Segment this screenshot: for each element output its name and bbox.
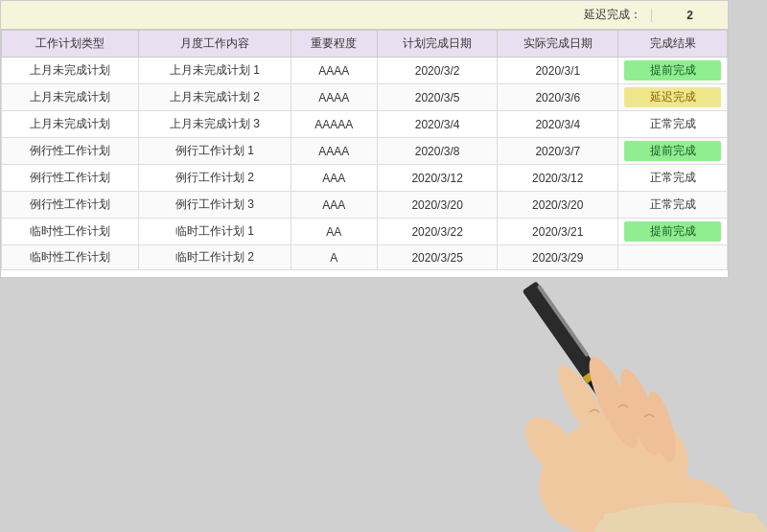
summary-label: 延迟完成： (1, 7, 651, 23)
status-cell: 正常完成 (618, 111, 728, 138)
data-cell: 临时工作计划 2 (139, 245, 291, 270)
header-plan-date: 计划完成日期 (377, 31, 498, 58)
data-cell: 例行性工作计划 (2, 165, 139, 192)
summary-value: 2 (651, 9, 728, 22)
table-header-row: 工作计划类型 月度工作内容 重要程度 计划完成日期 实际完成日期 完成结果 (2, 31, 728, 58)
data-cell: 2020/3/7 (498, 138, 618, 165)
header-type: 工作计划类型 (2, 31, 139, 58)
data-cell: 2020/3/6 (498, 84, 618, 111)
table-row: 上月未完成计划上月未完成计划 3AAAAA2020/3/42020/3/4正常完… (2, 111, 728, 138)
data-cell: 2020/3/1 (498, 58, 618, 84)
status-cell: 正常完成 (618, 165, 728, 192)
status-badge: 正常完成 (624, 114, 721, 134)
data-cell: 例行工作计划 3 (139, 192, 291, 219)
status-badge: 提前完成 (624, 141, 721, 161)
data-cell: 例行性工作计划 (2, 192, 139, 219)
table-row: 上月未完成计划上月未完成计划 2AAAA2020/3/52020/3/6延迟完成 (2, 84, 728, 111)
data-cell: 2020/3/12 (377, 165, 498, 192)
data-cell: 例行工作计划 1 (139, 138, 291, 165)
header-actual-date: 实际完成日期 (498, 31, 618, 58)
svg-rect-16 (604, 513, 757, 532)
table-row: 例行性工作计划例行工作计划 2AAA2020/3/122020/3/12正常完成 (2, 165, 728, 192)
data-cell: 上月未完成计划 (2, 111, 139, 138)
data-cell: AAA (291, 192, 377, 219)
header-priority: 重要程度 (291, 31, 377, 58)
table-row: 例行性工作计划例行工作计划 1AAAA2020/3/82020/3/7提前完成 (2, 138, 728, 165)
status-cell: 提前完成 (618, 138, 728, 165)
data-cell: AAAA (291, 84, 377, 111)
status-badge: 延迟完成 (624, 87, 721, 107)
data-cell: 2020/3/4 (377, 111, 498, 138)
data-cell: 临时工作计划 1 (139, 219, 291, 245)
data-cell: AAAAA (291, 111, 377, 138)
data-cell: 上月未完成计划 3 (139, 111, 291, 138)
data-cell: 临时性工作计划 (2, 219, 139, 245)
status-cell: 提前完成 (618, 58, 728, 84)
data-cell: 临时性工作计划 (2, 245, 139, 270)
data-cell: 上月未完成计划 2 (139, 84, 291, 111)
header-content: 月度工作内容 (139, 31, 291, 58)
data-cell: A (291, 245, 377, 270)
data-cell: 2020/3/5 (377, 84, 498, 111)
data-cell: 上月未完成计划 (2, 58, 139, 84)
data-cell: 例行工作计划 2 (139, 165, 291, 192)
hand-illustration (403, 206, 767, 532)
data-cell: 上月未完成计划 (2, 84, 139, 111)
data-cell: AAA (291, 165, 377, 192)
table-row: 上月未完成计划上月未完成计划 1AAAA2020/3/22020/3/1提前完成 (2, 58, 728, 84)
data-cell: 例行性工作计划 (2, 138, 139, 165)
status-badge: 正常完成 (624, 168, 721, 188)
data-cell: AA (291, 219, 377, 245)
data-cell: AAAA (291, 58, 377, 84)
status-badge: 提前完成 (624, 60, 721, 81)
header-result: 完成结果 (618, 31, 728, 58)
summary-row: 延迟完成： 2 (1, 1, 728, 30)
data-cell: 2020/3/8 (377, 138, 498, 165)
status-cell: 延迟完成 (618, 84, 728, 111)
data-cell: 2020/3/12 (498, 165, 618, 192)
data-cell: 2020/3/4 (498, 111, 618, 138)
data-cell: 2020/3/2 (377, 58, 498, 84)
data-cell: AAAA (291, 138, 377, 165)
data-cell: 上月未完成计划 1 (139, 58, 291, 84)
